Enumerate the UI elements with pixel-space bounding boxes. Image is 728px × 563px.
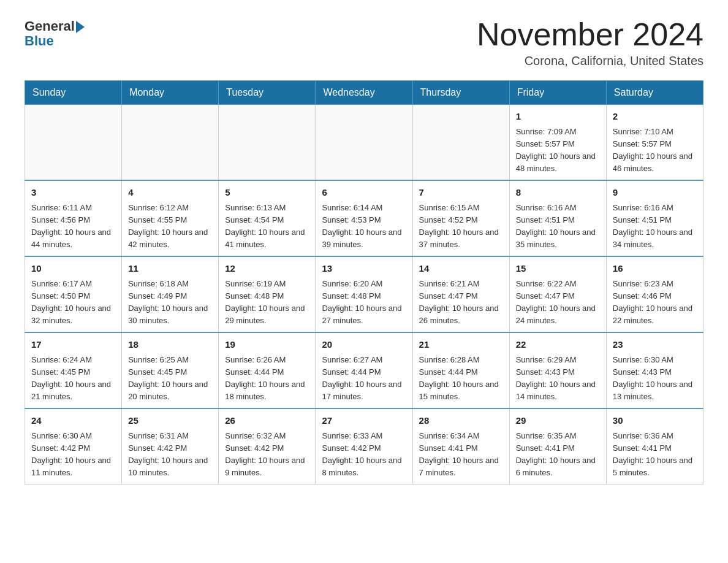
title-section: November 2024 Corona, California, United… (477, 18, 703, 68)
day-number: 7 (419, 186, 503, 200)
day-number: 17 (31, 338, 115, 352)
calendar-cell: 7Sunrise: 6:15 AM Sunset: 4:52 PM Daylig… (412, 180, 509, 256)
day-number: 23 (613, 338, 697, 352)
calendar-week-4: 17Sunrise: 6:24 AM Sunset: 4:45 PM Dayli… (25, 332, 703, 408)
day-number: 15 (516, 262, 600, 276)
calendar-cell (122, 105, 219, 181)
day-info: Sunrise: 6:32 AM Sunset: 4:42 PM Dayligh… (225, 430, 309, 480)
day-number: 10 (31, 262, 115, 276)
day-info: Sunrise: 6:26 AM Sunset: 4:44 PM Dayligh… (225, 354, 309, 404)
calendar-cell: 2Sunrise: 7:10 AM Sunset: 5:57 PM Daylig… (606, 105, 703, 181)
calendar-header-saturday: Saturday (606, 81, 703, 105)
day-info: Sunrise: 6:24 AM Sunset: 4:45 PM Dayligh… (31, 354, 115, 404)
day-info: Sunrise: 6:15 AM Sunset: 4:52 PM Dayligh… (419, 202, 503, 251)
day-info: Sunrise: 6:19 AM Sunset: 4:48 PM Dayligh… (225, 278, 309, 327)
calendar-cell (219, 105, 316, 181)
day-info: Sunrise: 7:09 AM Sunset: 5:57 PM Dayligh… (516, 126, 600, 175)
calendar-cell: 22Sunrise: 6:29 AM Sunset: 4:43 PM Dayli… (509, 332, 606, 408)
calendar-header-tuesday: Tuesday (219, 81, 316, 105)
calendar-cell: 18Sunrise: 6:25 AM Sunset: 4:45 PM Dayli… (122, 332, 219, 408)
day-info: Sunrise: 6:20 AM Sunset: 4:48 PM Dayligh… (322, 278, 406, 327)
calendar-week-2: 3Sunrise: 6:11 AM Sunset: 4:56 PM Daylig… (25, 180, 703, 256)
day-info: Sunrise: 6:11 AM Sunset: 4:56 PM Dayligh… (31, 202, 115, 251)
calendar-cell: 13Sunrise: 6:20 AM Sunset: 4:48 PM Dayli… (316, 256, 412, 332)
logo-arrow-icon (76, 21, 85, 33)
logo-blue-text: Blue (25, 33, 54, 49)
calendar-cell: 15Sunrise: 6:22 AM Sunset: 4:47 PM Dayli… (509, 256, 606, 332)
day-number: 8 (516, 186, 600, 200)
calendar-cell: 30Sunrise: 6:36 AM Sunset: 4:41 PM Dayli… (606, 408, 703, 484)
day-number: 14 (419, 262, 503, 276)
calendar-cell: 4Sunrise: 6:12 AM Sunset: 4:55 PM Daylig… (122, 180, 219, 256)
calendar-header-sunday: Sunday (25, 81, 122, 105)
day-info: Sunrise: 6:33 AM Sunset: 4:42 PM Dayligh… (322, 430, 406, 480)
calendar-cell: 26Sunrise: 6:32 AM Sunset: 4:42 PM Dayli… (219, 408, 316, 484)
calendar-cell: 20Sunrise: 6:27 AM Sunset: 4:44 PM Dayli… (316, 332, 412, 408)
day-number: 19 (225, 338, 309, 352)
calendar-cell: 19Sunrise: 6:26 AM Sunset: 4:44 PM Dayli… (219, 332, 316, 408)
day-info: Sunrise: 6:12 AM Sunset: 4:55 PM Dayligh… (128, 202, 212, 251)
calendar-cell: 17Sunrise: 6:24 AM Sunset: 4:45 PM Dayli… (25, 332, 122, 408)
day-number: 4 (128, 186, 212, 200)
day-info: Sunrise: 6:27 AM Sunset: 4:44 PM Dayligh… (322, 354, 406, 404)
day-number: 2 (613, 110, 697, 124)
calendar-week-1: 1Sunrise: 7:09 AM Sunset: 5:57 PM Daylig… (25, 105, 703, 181)
day-number: 21 (419, 338, 503, 352)
day-number: 1 (516, 110, 600, 124)
calendar-cell: 12Sunrise: 6:19 AM Sunset: 4:48 PM Dayli… (219, 256, 316, 332)
calendar-header-friday: Friday (509, 81, 606, 105)
calendar-cell (412, 105, 509, 181)
day-number: 29 (516, 414, 600, 428)
calendar-cell: 16Sunrise: 6:23 AM Sunset: 4:46 PM Dayli… (606, 256, 703, 332)
day-info: Sunrise: 6:31 AM Sunset: 4:42 PM Dayligh… (128, 430, 212, 480)
day-info: Sunrise: 6:28 AM Sunset: 4:44 PM Dayligh… (419, 354, 503, 404)
day-number: 25 (128, 414, 212, 428)
calendar-cell: 10Sunrise: 6:17 AM Sunset: 4:50 PM Dayli… (25, 256, 122, 332)
day-number: 16 (613, 262, 697, 276)
day-number: 28 (419, 414, 503, 428)
day-info: Sunrise: 6:14 AM Sunset: 4:53 PM Dayligh… (322, 202, 406, 251)
day-info: Sunrise: 6:18 AM Sunset: 4:49 PM Dayligh… (128, 278, 212, 327)
day-number: 26 (225, 414, 309, 428)
calendar-cell: 29Sunrise: 6:35 AM Sunset: 4:41 PM Dayli… (509, 408, 606, 484)
calendar-header-monday: Monday (122, 81, 219, 105)
day-number: 13 (322, 262, 406, 276)
day-number: 5 (225, 186, 309, 200)
day-info: Sunrise: 6:25 AM Sunset: 4:45 PM Dayligh… (128, 354, 212, 404)
day-info: Sunrise: 6:21 AM Sunset: 4:47 PM Dayligh… (419, 278, 503, 327)
calendar-cell: 28Sunrise: 6:34 AM Sunset: 4:41 PM Dayli… (412, 408, 509, 484)
location-text: Corona, California, United States (477, 54, 703, 68)
day-number: 20 (322, 338, 406, 352)
calendar-cell (25, 105, 122, 181)
calendar-cell: 6Sunrise: 6:14 AM Sunset: 4:53 PM Daylig… (316, 180, 412, 256)
day-info: Sunrise: 6:29 AM Sunset: 4:43 PM Dayligh… (516, 354, 600, 404)
calendar-cell: 5Sunrise: 6:13 AM Sunset: 4:54 PM Daylig… (219, 180, 316, 256)
day-info: Sunrise: 6:35 AM Sunset: 4:41 PM Dayligh… (516, 430, 600, 480)
day-info: Sunrise: 6:16 AM Sunset: 4:51 PM Dayligh… (613, 202, 697, 251)
calendar-week-5: 24Sunrise: 6:30 AM Sunset: 4:42 PM Dayli… (25, 408, 703, 484)
day-info: Sunrise: 6:17 AM Sunset: 4:50 PM Dayligh… (31, 278, 115, 327)
page-header: General Blue November 2024 Corona, Calif… (25, 18, 703, 68)
day-info: Sunrise: 6:34 AM Sunset: 4:41 PM Dayligh… (419, 430, 503, 480)
day-number: 22 (516, 338, 600, 352)
calendar-cell: 1Sunrise: 7:09 AM Sunset: 5:57 PM Daylig… (509, 105, 606, 181)
calendar-cell: 8Sunrise: 6:16 AM Sunset: 4:51 PM Daylig… (509, 180, 606, 256)
day-number: 27 (322, 414, 406, 428)
day-info: Sunrise: 6:13 AM Sunset: 4:54 PM Dayligh… (225, 202, 309, 251)
calendar-week-3: 10Sunrise: 6:17 AM Sunset: 4:50 PM Dayli… (25, 256, 703, 332)
day-number: 6 (322, 186, 406, 200)
calendar-header-wednesday: Wednesday (316, 81, 412, 105)
calendar-cell: 21Sunrise: 6:28 AM Sunset: 4:44 PM Dayli… (412, 332, 509, 408)
day-number: 11 (128, 262, 212, 276)
calendar-cell: 14Sunrise: 6:21 AM Sunset: 4:47 PM Dayli… (412, 256, 509, 332)
day-info: Sunrise: 7:10 AM Sunset: 5:57 PM Dayligh… (613, 126, 697, 175)
calendar-header-row: SundayMondayTuesdayWednesdayThursdayFrid… (25, 81, 703, 105)
day-number: 9 (613, 186, 697, 200)
day-info: Sunrise: 6:36 AM Sunset: 4:41 PM Dayligh… (613, 430, 697, 480)
day-number: 18 (128, 338, 212, 352)
calendar-header-thursday: Thursday (412, 81, 509, 105)
calendar-cell: 11Sunrise: 6:18 AM Sunset: 4:49 PM Dayli… (122, 256, 219, 332)
calendar-cell: 3Sunrise: 6:11 AM Sunset: 4:56 PM Daylig… (25, 180, 122, 256)
calendar-table: SundayMondayTuesdayWednesdayThursdayFrid… (25, 80, 703, 484)
day-info: Sunrise: 6:30 AM Sunset: 4:42 PM Dayligh… (31, 430, 115, 480)
